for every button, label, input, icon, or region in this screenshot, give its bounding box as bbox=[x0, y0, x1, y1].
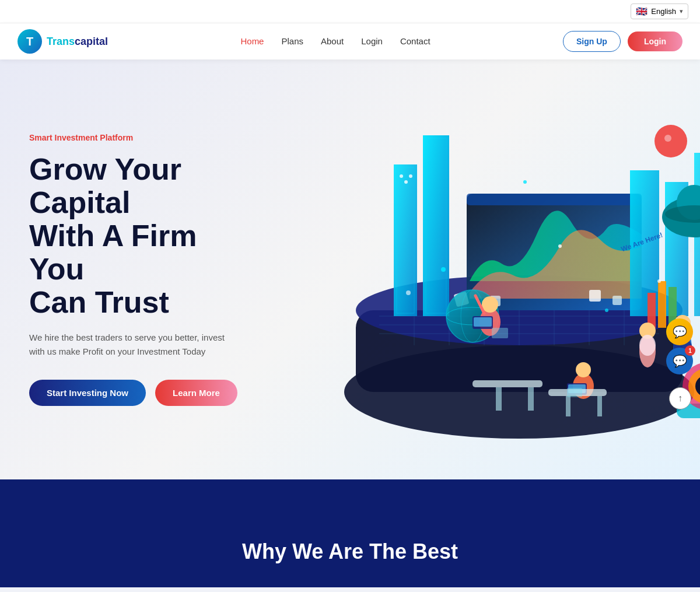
logo-part2: capital bbox=[75, 36, 108, 47]
hero-content: Smart Investment Platform Grow Your Capi… bbox=[0, 98, 280, 442]
top-bar: 🇬🇧 English ▾ bbox=[0, 0, 700, 23]
svg-point-52 bbox=[639, 335, 656, 356]
svg-point-42 bbox=[482, 296, 498, 313]
svg-rect-56 bbox=[496, 387, 502, 411]
svg-point-37 bbox=[664, 135, 671, 142]
svg-rect-27 bbox=[589, 290, 601, 302]
signup-button[interactable]: Sign Up bbox=[563, 31, 621, 52]
svg-point-68 bbox=[406, 290, 411, 295]
svg-rect-71 bbox=[492, 328, 508, 338]
hero-subtitle: We hire the best traders to serve you be… bbox=[29, 331, 239, 359]
language-selector[interactable]: 🇬🇧 English ▾ bbox=[631, 3, 688, 19]
chevron-down-icon: ▾ bbox=[680, 8, 683, 15]
hero-badge: Smart Investment Platform bbox=[29, 133, 251, 142]
chat-badge-count: 1 bbox=[685, 345, 695, 356]
svg-rect-20 bbox=[423, 135, 449, 316]
nav-contact[interactable]: Contact bbox=[400, 36, 430, 46]
svg-rect-55 bbox=[473, 380, 542, 387]
svg-point-69 bbox=[523, 180, 527, 184]
hero-buttons: Start Investing Now Learn More bbox=[29, 380, 251, 406]
svg-point-65 bbox=[441, 267, 446, 272]
svg-point-47 bbox=[576, 362, 591, 377]
nav-plans[interactable]: Plans bbox=[281, 36, 303, 46]
svg-point-67 bbox=[605, 309, 608, 312]
svg-point-19 bbox=[409, 174, 412, 178]
svg-rect-14 bbox=[467, 194, 642, 205]
language-label: English bbox=[651, 7, 676, 16]
svg-point-66 bbox=[558, 244, 562, 248]
learn-more-button[interactable]: Learn More bbox=[155, 380, 237, 406]
nav-home[interactable]: Home bbox=[240, 36, 264, 46]
svg-point-36 bbox=[654, 125, 687, 157]
logo-icon: T bbox=[18, 29, 42, 54]
login-button[interactable]: Login bbox=[628, 31, 682, 51]
nav-actions: Sign Up Login bbox=[563, 31, 682, 52]
navbar: T Transcapital Home Plans About Login Co… bbox=[0, 23, 700, 59]
dark-section: Why We Are The Best bbox=[0, 479, 700, 587]
start-investing-button[interactable]: Start Investing Now bbox=[29, 380, 146, 406]
chat-bubble-icon: 💬 bbox=[666, 318, 693, 345]
svg-point-17 bbox=[400, 174, 403, 178]
dark-section-title: Why We Are The Best bbox=[242, 540, 458, 564]
hero-section: Smart Investment Platform Grow Your Capi… bbox=[0, 59, 700, 479]
svg-rect-45 bbox=[474, 317, 492, 327]
logo-part1: Trans bbox=[47, 36, 75, 47]
scroll-top-button[interactable]: ↑ bbox=[669, 387, 691, 409]
svg-rect-34 bbox=[658, 281, 666, 328]
chat-widget: We Are Here! 💬 💬 1 bbox=[666, 318, 693, 374]
logo-text: Transcapital bbox=[47, 36, 108, 48]
arrow-up-icon: ↑ bbox=[678, 393, 682, 404]
flag-icon: 🇬🇧 bbox=[636, 6, 648, 17]
svg-rect-15 bbox=[394, 164, 417, 316]
svg-rect-72 bbox=[567, 388, 582, 397]
nav-about[interactable]: About bbox=[321, 36, 344, 46]
svg-rect-57 bbox=[528, 387, 534, 411]
logo-link[interactable]: T Transcapital bbox=[18, 29, 108, 54]
hero-title: Grow Your Capital With A Firm You Can Tr… bbox=[29, 153, 251, 320]
svg-point-70 bbox=[657, 279, 661, 283]
svg-rect-59 bbox=[566, 396, 570, 416]
svg-rect-33 bbox=[648, 293, 656, 328]
nav-links: Home Plans About Login Contact bbox=[240, 36, 430, 47]
chat-button[interactable]: 💬 1 bbox=[666, 348, 693, 374]
nav-login[interactable]: Login bbox=[361, 36, 383, 46]
svg-rect-60 bbox=[597, 396, 602, 416]
hero-illustration bbox=[298, 65, 700, 474]
svg-point-18 bbox=[404, 180, 408, 184]
svg-rect-28 bbox=[612, 296, 622, 305]
